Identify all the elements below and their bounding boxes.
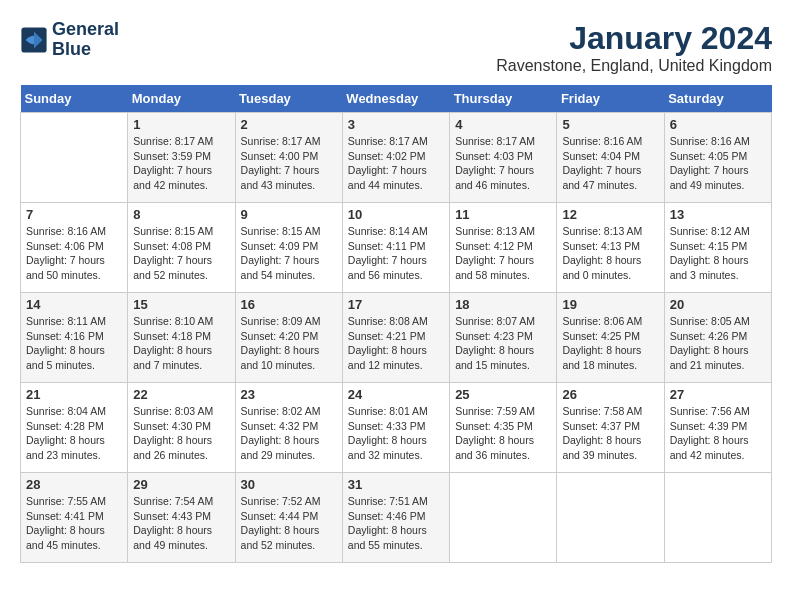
- day-info: Sunrise: 8:07 AMSunset: 4:23 PMDaylight:…: [455, 314, 551, 373]
- calendar-cell: 5Sunrise: 8:16 AMSunset: 4:04 PMDaylight…: [557, 113, 664, 203]
- calendar-cell: 22Sunrise: 8:03 AMSunset: 4:30 PMDayligh…: [128, 383, 235, 473]
- day-number: 24: [348, 387, 444, 402]
- day-number: 16: [241, 297, 337, 312]
- calendar-cell: 6Sunrise: 8:16 AMSunset: 4:05 PMDaylight…: [664, 113, 771, 203]
- day-number: 31: [348, 477, 444, 492]
- day-info: Sunrise: 8:09 AMSunset: 4:20 PMDaylight:…: [241, 314, 337, 373]
- calendar-cell: 13Sunrise: 8:12 AMSunset: 4:15 PMDayligh…: [664, 203, 771, 293]
- calendar-week-row: 21Sunrise: 8:04 AMSunset: 4:28 PMDayligh…: [21, 383, 772, 473]
- calendar-cell: 23Sunrise: 8:02 AMSunset: 4:32 PMDayligh…: [235, 383, 342, 473]
- calendar-cell: 11Sunrise: 8:13 AMSunset: 4:12 PMDayligh…: [450, 203, 557, 293]
- calendar-cell: 10Sunrise: 8:14 AMSunset: 4:11 PMDayligh…: [342, 203, 449, 293]
- calendar-cell: 21Sunrise: 8:04 AMSunset: 4:28 PMDayligh…: [21, 383, 128, 473]
- day-number: 5: [562, 117, 658, 132]
- day-info: Sunrise: 8:15 AMSunset: 4:08 PMDaylight:…: [133, 224, 229, 283]
- calendar-cell: 26Sunrise: 7:58 AMSunset: 4:37 PMDayligh…: [557, 383, 664, 473]
- day-of-week-header: Sunday: [21, 85, 128, 113]
- day-info: Sunrise: 8:13 AMSunset: 4:13 PMDaylight:…: [562, 224, 658, 283]
- calendar-cell: 28Sunrise: 7:55 AMSunset: 4:41 PMDayligh…: [21, 473, 128, 563]
- calendar-cell: 16Sunrise: 8:09 AMSunset: 4:20 PMDayligh…: [235, 293, 342, 383]
- day-number: 8: [133, 207, 229, 222]
- day-number: 12: [562, 207, 658, 222]
- title-block: January 2024 Ravenstone, England, United…: [496, 20, 772, 75]
- day-info: Sunrise: 8:12 AMSunset: 4:15 PMDaylight:…: [670, 224, 766, 283]
- calendar-cell: 4Sunrise: 8:17 AMSunset: 4:03 PMDaylight…: [450, 113, 557, 203]
- day-number: 29: [133, 477, 229, 492]
- day-number: 3: [348, 117, 444, 132]
- day-number: 18: [455, 297, 551, 312]
- day-number: 6: [670, 117, 766, 132]
- page-header: General Blue January 2024 Ravenstone, En…: [20, 20, 772, 75]
- calendar-header-row: SundayMondayTuesdayWednesdayThursdayFrid…: [21, 85, 772, 113]
- day-info: Sunrise: 7:58 AMSunset: 4:37 PMDaylight:…: [562, 404, 658, 463]
- day-info: Sunrise: 7:56 AMSunset: 4:39 PMDaylight:…: [670, 404, 766, 463]
- day-info: Sunrise: 8:14 AMSunset: 4:11 PMDaylight:…: [348, 224, 444, 283]
- calendar-cell: 27Sunrise: 7:56 AMSunset: 4:39 PMDayligh…: [664, 383, 771, 473]
- calendar-cell: 8Sunrise: 8:15 AMSunset: 4:08 PMDaylight…: [128, 203, 235, 293]
- day-number: 22: [133, 387, 229, 402]
- calendar-cell: [450, 473, 557, 563]
- day-number: 28: [26, 477, 122, 492]
- day-of-week-header: Wednesday: [342, 85, 449, 113]
- calendar-cell: 24Sunrise: 8:01 AMSunset: 4:33 PMDayligh…: [342, 383, 449, 473]
- calendar-cell: [557, 473, 664, 563]
- calendar-cell: 9Sunrise: 8:15 AMSunset: 4:09 PMDaylight…: [235, 203, 342, 293]
- calendar-cell: 14Sunrise: 8:11 AMSunset: 4:16 PMDayligh…: [21, 293, 128, 383]
- day-info: Sunrise: 7:52 AMSunset: 4:44 PMDaylight:…: [241, 494, 337, 553]
- logo: General Blue: [20, 20, 119, 60]
- day-info: Sunrise: 8:08 AMSunset: 4:21 PMDaylight:…: [348, 314, 444, 373]
- day-info: Sunrise: 8:04 AMSunset: 4:28 PMDaylight:…: [26, 404, 122, 463]
- day-info: Sunrise: 7:55 AMSunset: 4:41 PMDaylight:…: [26, 494, 122, 553]
- day-info: Sunrise: 8:06 AMSunset: 4:25 PMDaylight:…: [562, 314, 658, 373]
- day-number: 14: [26, 297, 122, 312]
- day-number: 15: [133, 297, 229, 312]
- day-info: Sunrise: 8:15 AMSunset: 4:09 PMDaylight:…: [241, 224, 337, 283]
- day-number: 17: [348, 297, 444, 312]
- calendar-cell: 17Sunrise: 8:08 AMSunset: 4:21 PMDayligh…: [342, 293, 449, 383]
- day-number: 2: [241, 117, 337, 132]
- day-number: 21: [26, 387, 122, 402]
- calendar-cell: 12Sunrise: 8:13 AMSunset: 4:13 PMDayligh…: [557, 203, 664, 293]
- logo-line1: General: [52, 20, 119, 40]
- day-info: Sunrise: 8:01 AMSunset: 4:33 PMDaylight:…: [348, 404, 444, 463]
- day-number: 11: [455, 207, 551, 222]
- day-number: 9: [241, 207, 337, 222]
- calendar-cell: 15Sunrise: 8:10 AMSunset: 4:18 PMDayligh…: [128, 293, 235, 383]
- calendar-cell: [664, 473, 771, 563]
- day-number: 20: [670, 297, 766, 312]
- logo-icon: [20, 26, 48, 54]
- day-number: 23: [241, 387, 337, 402]
- day-number: 4: [455, 117, 551, 132]
- calendar-cell: 1Sunrise: 8:17 AMSunset: 3:59 PMDaylight…: [128, 113, 235, 203]
- day-number: 19: [562, 297, 658, 312]
- day-number: 10: [348, 207, 444, 222]
- calendar-cell: 2Sunrise: 8:17 AMSunset: 4:00 PMDaylight…: [235, 113, 342, 203]
- calendar-week-row: 14Sunrise: 8:11 AMSunset: 4:16 PMDayligh…: [21, 293, 772, 383]
- day-of-week-header: Thursday: [450, 85, 557, 113]
- day-number: 26: [562, 387, 658, 402]
- day-info: Sunrise: 8:05 AMSunset: 4:26 PMDaylight:…: [670, 314, 766, 373]
- calendar-cell: 29Sunrise: 7:54 AMSunset: 4:43 PMDayligh…: [128, 473, 235, 563]
- day-number: 1: [133, 117, 229, 132]
- day-number: 27: [670, 387, 766, 402]
- day-info: Sunrise: 8:16 AMSunset: 4:05 PMDaylight:…: [670, 134, 766, 193]
- day-of-week-header: Monday: [128, 85, 235, 113]
- calendar-cell: 25Sunrise: 7:59 AMSunset: 4:35 PMDayligh…: [450, 383, 557, 473]
- day-of-week-header: Tuesday: [235, 85, 342, 113]
- day-info: Sunrise: 8:02 AMSunset: 4:32 PMDaylight:…: [241, 404, 337, 463]
- day-number: 25: [455, 387, 551, 402]
- day-info: Sunrise: 8:10 AMSunset: 4:18 PMDaylight:…: [133, 314, 229, 373]
- calendar-cell: 18Sunrise: 8:07 AMSunset: 4:23 PMDayligh…: [450, 293, 557, 383]
- calendar-cell: 31Sunrise: 7:51 AMSunset: 4:46 PMDayligh…: [342, 473, 449, 563]
- day-info: Sunrise: 7:54 AMSunset: 4:43 PMDaylight:…: [133, 494, 229, 553]
- day-of-week-header: Saturday: [664, 85, 771, 113]
- calendar-cell: [21, 113, 128, 203]
- day-number: 30: [241, 477, 337, 492]
- calendar-cell: 19Sunrise: 8:06 AMSunset: 4:25 PMDayligh…: [557, 293, 664, 383]
- calendar-cell: 20Sunrise: 8:05 AMSunset: 4:26 PMDayligh…: [664, 293, 771, 383]
- calendar-cell: 3Sunrise: 8:17 AMSunset: 4:02 PMDaylight…: [342, 113, 449, 203]
- day-number: 7: [26, 207, 122, 222]
- day-info: Sunrise: 8:17 AMSunset: 4:03 PMDaylight:…: [455, 134, 551, 193]
- day-info: Sunrise: 8:17 AMSunset: 4:00 PMDaylight:…: [241, 134, 337, 193]
- calendar-week-row: 7Sunrise: 8:16 AMSunset: 4:06 PMDaylight…: [21, 203, 772, 293]
